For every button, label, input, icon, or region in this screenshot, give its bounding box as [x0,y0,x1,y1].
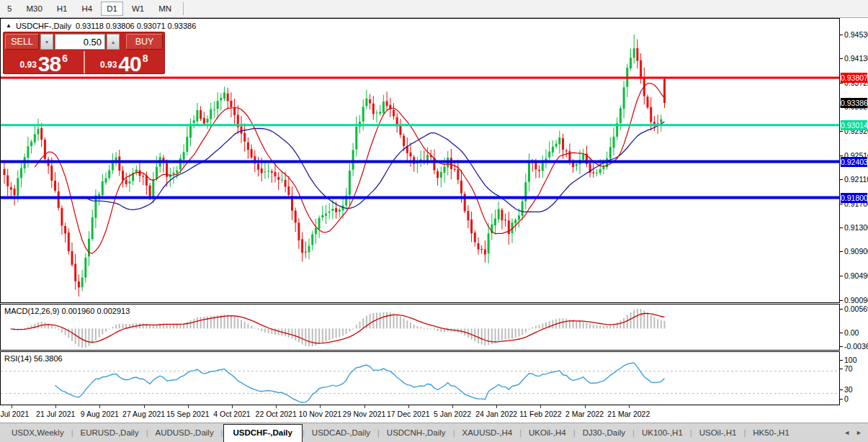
level-price-label: 0.92403 [841,157,867,167]
date-tick-mark [496,405,497,408]
price-chart-panel: ▲ USDCHF-,Daily 0.93118 0.93806 0.93071 … [0,18,840,303]
timeframe-button-h4[interactable]: H4 [76,1,98,16]
tab-scroll-arrows: ◄► [844,429,868,436]
indicator-axis-label: 30 [844,385,853,394]
date-tick-mark [276,405,277,408]
tab-scroll-left-icon[interactable]: ◄ [844,429,850,436]
date-label: 2 Jul 2021 [0,410,29,418]
date-tick-mark [188,405,189,408]
chart-tab-eurusd[interactable]: EURUSD-,Daily [73,425,146,440]
timeframe-button-h1[interactable]: H1 [51,1,73,16]
date-label: 29 Nov 2021 [343,410,386,418]
volume-input[interactable]: 0.50 [55,34,105,50]
trading-terminal-window: 5M30H1H4D1W1MN ▲ USDCHF-,Daily 0.93118 0… [0,0,868,442]
date-label: 11 Feb 2022 [519,410,561,418]
date-tick-mark [452,405,453,408]
price-tick-label: 0.91300 [844,223,868,232]
chart-header: ▲ USDCHF-,Daily 0.93118 0.93806 0.93071 … [6,22,196,30]
date-label: 15 Sep 2021 [166,410,210,418]
date-label: 2 Mar 2022 [565,410,604,418]
date-label: 9 Aug 2021 [81,410,119,418]
date-tick-mark [232,405,233,408]
volume-decrease-button[interactable]: ▼ [40,34,53,50]
date-label: 17 Dec 2021 [387,410,430,418]
volume-increase-button[interactable]: ▲ [107,34,120,50]
date-label: 27 Aug 2021 [122,410,165,418]
timeframe-button-5[interactable]: 5 [1,1,17,16]
chart-tab-usdchf[interactable]: USDCHF-,Daily [223,424,303,442]
date-tick-mark [55,405,56,408]
indicator-axis-label: 100 [844,356,857,364]
axis-tick-mark [840,204,843,204]
chart-tab-usdcnh[interactable]: USDCNH-,Daily [380,425,453,440]
current-price-label: 0.93386 [841,98,867,108]
date-tick-mark [364,405,365,408]
timeframe-button-mn[interactable]: MN [153,1,177,16]
indicator-axis-label: -0.00365 [844,342,868,351]
chart-tab-usdcad[interactable]: USDCAD-,Daily [305,425,377,440]
axis-tick-mark [840,155,843,156]
date-tick-mark [12,405,12,408]
sell-button[interactable]: SELL [5,34,39,50]
price-tick-label: 0.94530 [844,30,868,39]
indicator-axis-label: 0 [844,394,849,403]
date-tick-mark [408,405,409,408]
sell-price-prefix: 0.93 [19,60,36,70]
chart-symbol-label: USDCHF-,Daily [16,22,71,30]
date-tick-mark [540,405,541,408]
price-tick-label: 0.90900 [844,247,868,256]
rsi-chart [1,352,839,405]
macd-header: MACD(12,26,9) 0.001960 0.002913 [4,307,130,315]
buy-price-point: 8 [143,53,148,64]
toolbar-separator [183,2,184,15]
axis-tick-mark [840,58,843,59]
chart-tab-xauusd[interactable]: XAUUSD-,H4 [455,425,519,440]
level-price-label: 0.93807 [841,73,867,83]
date-label: 22 Oct 2021 [256,410,297,418]
chart-tab-usoil[interactable]: USOil-,H1 [692,425,744,440]
tab-scroll-right-icon[interactable]: ► [856,429,862,436]
indicator-axis-label: 0.00 [844,328,859,337]
level-price-label: 0.91800 [841,193,867,203]
date-label: 24 Jan 2022 [475,410,517,418]
chart-tab-dj30[interactable]: DJ30-,Daily [576,425,632,440]
date-tick-mark [320,405,321,408]
indicator-axis-label: 0.005692 [844,305,868,313]
buy-button[interactable]: BUY [126,34,163,50]
sell-price-display[interactable]: 0.93 38 6 [5,51,83,73]
indicator-axis-label: 70 [844,364,853,373]
chart-tab-audusd[interactable]: AUDUSD-,Daily [148,425,221,440]
date-label: 21 Jul 2021 [36,410,75,418]
axis-tick-mark [840,227,843,228]
timeframe-button-m30[interactable]: M30 [20,1,48,16]
macd-indicator-panel: MACD(12,26,9) 0.001960 0.002913 [0,304,840,351]
time-axis: 2 Jul 202121 Jul 20219 Aug 202127 Aug 20… [0,405,840,423]
axis-tick-mark [840,369,843,369]
chart-tab-usdx[interactable]: USDX,Weekly [4,425,71,440]
axis-tick-mark [840,300,843,301]
axis-tick-mark [840,131,843,132]
axis-tick-mark [840,179,843,180]
axis-tick-mark [840,309,843,310]
date-tick-mark [99,405,100,408]
axis-tick-mark [840,83,843,84]
chart-ohlc-values: 0.93118 0.93806 0.93071 0.93386 [76,22,196,30]
price-axis: 0.945300.941300.937200.933200.929200.925… [840,18,868,423]
axis-tick-mark [840,346,843,347]
price-tick-label: 0.92110 [844,175,868,184]
buy-price-pips: 40 [118,55,140,73]
price-tick-label: 0.90490 [844,271,868,280]
one-click-trading-widget: SELL ▼ 0.50 ▲ BUY 0.93 38 6 0.93 40 8 [3,32,165,74]
chart-tab-hk50[interactable]: HK50-,H1 [746,425,797,440]
buy-price-display[interactable]: 0.93 40 8 [86,51,164,73]
timeframe-button-w1[interactable]: W1 [126,1,150,16]
timeframe-button-d1[interactable]: D1 [101,1,123,16]
timeframe-toolbar: 5M30H1H4D1W1MN [0,0,868,18]
date-label: 4 Oct 2021 [213,410,250,418]
rsi-header: RSI(14) 56.3806 [4,354,63,363]
price-divider [84,51,85,73]
chart-tab-uk100[interactable]: UK100-,H1 [635,425,690,440]
chart-tab-ukoil[interactable]: UKOil-,H4 [522,425,573,440]
collapse-arrow-icon[interactable]: ▲ [6,22,12,29]
sell-price-point: 6 [62,53,68,64]
